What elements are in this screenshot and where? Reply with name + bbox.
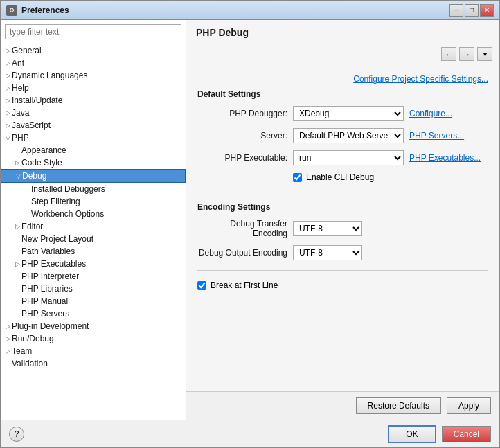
right-panel: PHP Debug ← → ▾ Configure Project Specif…	[186, 20, 499, 420]
tree-arrow-php-executables: ▷	[13, 260, 21, 268]
executable-select[interactable]: run	[293, 150, 404, 165]
tree-label-team: Team	[12, 346, 32, 356]
transfer-encoding-select[interactable]: UTF-8 ISO-8859-1	[293, 221, 362, 236]
forward-button[interactable]: →	[459, 47, 474, 61]
tree-label-php: PHP	[12, 133, 29, 143]
tree-item-appearance[interactable]: Appearance	[1, 144, 186, 156]
enable-cli-checkbox[interactable]	[293, 173, 302, 182]
tree-item-java[interactable]: ▷Java	[1, 107, 186, 119]
tree-item-php-libraries[interactable]: PHP Libraries	[1, 283, 186, 295]
cancel-button[interactable]: Cancel	[442, 426, 491, 442]
tree-label-php-interpreter: PHP Interpreter	[21, 271, 79, 281]
transfer-encoding-row: Debug Transfer Encoding UTF-8 ISO-8859-1	[197, 219, 488, 238]
tree-arrow-run-debug: ▷	[3, 334, 12, 343]
tree-label-debug: Debug	[22, 171, 46, 181]
tree-label-install-update: Install/Update	[12, 96, 62, 105]
output-encoding-label: Debug Output Encoding	[197, 248, 287, 258]
tree-arrow-php-manual	[13, 297, 21, 305]
tree-arrow-installed-debuggers	[23, 185, 31, 193]
apply-button[interactable]: Apply	[447, 397, 491, 414]
tree-item-php[interactable]: ▽PHP	[1, 132, 186, 144]
tree-arrow-plugin-development: ▷	[3, 322, 12, 330]
tree-label-javascript: JavaScript	[12, 120, 51, 130]
server-select[interactable]: Default PHP Web Server	[293, 128, 404, 143]
maximize-button[interactable]: □	[465, 4, 479, 17]
tree-label-installed-debuggers: Installed Debuggers	[31, 184, 105, 194]
tree-arrow-java: ▷	[3, 109, 12, 117]
tree-item-step-filtering[interactable]: Step Filtering	[1, 195, 186, 208]
tree-item-run-debug[interactable]: ▷Run/Debug	[1, 332, 186, 345]
tree-arrow-dynamic-languages: ▷	[3, 71, 12, 80]
right-title: PHP Debug	[196, 27, 490, 38]
toolbar-dropdown-button[interactable]: ▾	[477, 47, 492, 61]
tree-arrow-debug: ▽	[14, 172, 22, 180]
tree-arrow-new-project-layout	[13, 235, 21, 243]
tree-arrow-php-libraries	[13, 285, 21, 293]
tree-item-team[interactable]: ▷Team	[1, 345, 186, 357]
configure-project-link[interactable]: Configure Project Specific Settings...	[353, 74, 488, 84]
tree-item-path-variables[interactable]: Path Variables	[1, 245, 186, 258]
help-button[interactable]: ?	[9, 427, 24, 442]
tree-item-ant[interactable]: ▷Ant	[1, 57, 186, 69]
minimize-button[interactable]: ─	[449, 4, 463, 17]
main-content: ▷General▷Ant▷Dynamic Languages▷Help▷Inst…	[1, 20, 499, 420]
title-bar: ⚙ Preferences ─ □ ✕	[1, 1, 499, 20]
php-servers-link[interactable]: PHP Servers...	[409, 131, 464, 141]
window-title: Preferences	[21, 6, 449, 15]
tree-item-validation[interactable]: Validation	[1, 357, 186, 370]
tree-item-installed-debuggers[interactable]: Installed Debuggers	[1, 183, 186, 195]
executable-row: PHP Executable: run PHP Executables...	[197, 150, 488, 165]
tree-item-code-style[interactable]: ▷Code Style	[1, 156, 186, 169]
tree-label-help: Help	[12, 83, 29, 93]
output-encoding-select[interactable]: UTF-8 ISO-8859-1	[293, 245, 362, 260]
break-first-line-checkbox[interactable]	[197, 281, 206, 290]
tree-label-step-filtering: Step Filtering	[31, 197, 80, 206]
tree-item-javascript[interactable]: ▷JavaScript	[1, 119, 186, 132]
tree-arrow-code-style: ▷	[13, 159, 21, 167]
tree-item-install-update[interactable]: ▷Install/Update	[1, 94, 186, 107]
tree-item-workbench-options[interactable]: Workbench Options	[1, 208, 186, 220]
filter-input[interactable]	[5, 24, 181, 39]
break-first-line-label[interactable]: Break at First Line	[211, 280, 278, 290]
divider-2	[197, 270, 488, 271]
back-button[interactable]: ←	[441, 47, 456, 61]
configure-link[interactable]: Configure...	[409, 109, 452, 118]
bottom-right: OK Cancel	[388, 425, 491, 443]
tree-item-plugin-development[interactable]: ▷Plug-in Development	[1, 320, 186, 332]
tree-arrow-workbench-options	[23, 210, 31, 218]
debugger-select[interactable]: XDebug Zend Debugger	[293, 106, 404, 121]
tree-item-dynamic-languages[interactable]: ▷Dynamic Languages	[1, 69, 186, 82]
tree-label-dynamic-languages: Dynamic Languages	[12, 71, 87, 80]
tree-item-php-executables[interactable]: ▷PHP Executables	[1, 258, 186, 270]
ok-button[interactable]: OK	[388, 425, 436, 443]
transfer-encoding-label: Debug Transfer Encoding	[197, 219, 287, 238]
tree-item-debug[interactable]: ▽Debug	[1, 169, 186, 183]
tree-label-php-servers: PHP Servers	[21, 309, 69, 319]
tree-item-new-project-layout[interactable]: New Project Layout	[1, 233, 186, 245]
restore-defaults-button[interactable]: Restore Defaults	[356, 397, 441, 414]
tree-label-appearance: Appearance	[21, 145, 66, 155]
tree-label-php-manual: PHP Manual	[21, 296, 68, 306]
tree-arrow-validation	[3, 359, 12, 368]
tree-item-help[interactable]: ▷Help	[1, 82, 186, 94]
tree-label-editor: Editor	[21, 222, 43, 231]
php-executables-link[interactable]: PHP Executables...	[409, 153, 481, 163]
tree-arrow-appearance	[13, 146, 21, 154]
tree-arrow-php-interpreter	[13, 272, 21, 280]
tree-label-workbench-options: Workbench Options	[31, 209, 104, 219]
right-body: Configure Project Specific Settings... D…	[186, 64, 499, 391]
window-icon: ⚙	[6, 5, 17, 16]
preferences-window: ⚙ Preferences ─ □ ✕ ▷General▷Ant▷Dynamic…	[0, 0, 500, 448]
tree-item-editor[interactable]: ▷Editor	[1, 220, 186, 233]
tree-item-php-servers[interactable]: PHP Servers	[1, 307, 186, 320]
tree-item-php-manual[interactable]: PHP Manual	[1, 295, 186, 307]
tree-arrow-php: ▽	[3, 134, 12, 142]
close-button[interactable]: ✕	[480, 4, 494, 17]
tree-arrow-editor: ▷	[13, 222, 21, 231]
tree-item-php-interpreter[interactable]: PHP Interpreter	[1, 270, 186, 283]
executable-label: PHP Executable:	[197, 153, 287, 163]
server-label: Server:	[197, 131, 287, 141]
tree-item-general[interactable]: ▷General	[1, 44, 186, 57]
encoding-settings-label: Encoding Settings	[197, 202, 488, 212]
enable-cli-label[interactable]: Enable CLI Debug	[306, 172, 374, 182]
